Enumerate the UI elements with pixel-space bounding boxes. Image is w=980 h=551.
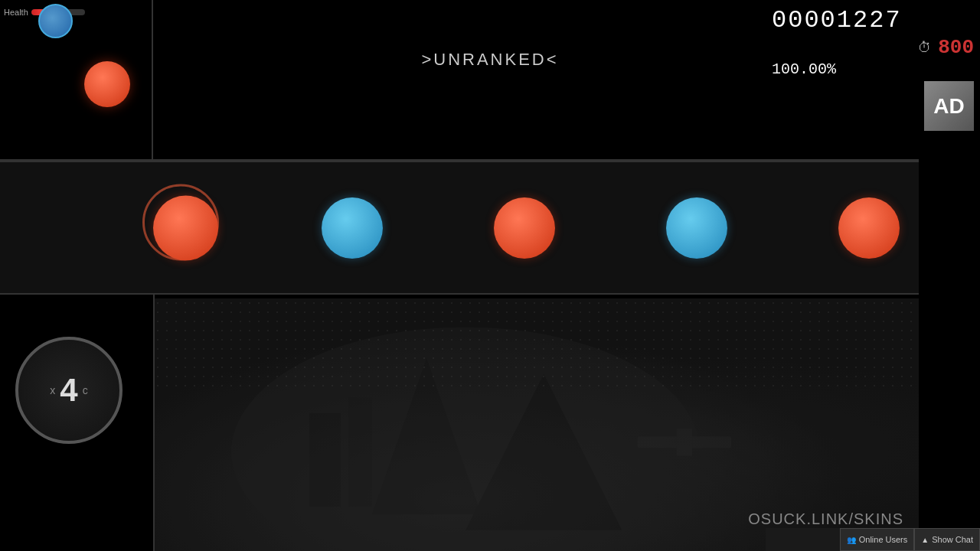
clock-icon: ⏱ [918,40,932,56]
svg-rect-4 [348,397,372,507]
svg-rect-3 [309,413,341,507]
hit-circle-1-inner [153,195,218,260]
game-area-middle: x 4 c [0,161,919,295]
score-accuracy: 100.00% [772,60,974,78]
hit-circle-3 [494,197,555,259]
hit-circle-5 [838,197,900,259]
combo-x-key: x [50,384,55,396]
hit-circle-4 [666,197,727,259]
svg-rect-6 [677,429,692,456]
branding-text: OSUCK.LINK/SKINS [748,510,903,528]
bottom-toolbar: 👥 Online Users ▲ Show Chat [766,528,980,551]
online-users-button[interactable]: 👥 Online Users [840,528,915,551]
score-combo: 800 [938,36,974,59]
dot-pattern-overlay [153,298,919,390]
hit-circle-topleft [84,61,130,107]
combo-number: 4 [60,372,77,409]
score-grade: AD [933,94,964,119]
sidebar-top: Health [0,0,153,161]
show-chat-button[interactable]: ▲ Show Chat [914,528,980,551]
score-divider-row: ⏱ 800 [772,36,974,59]
health-label: Health [4,8,28,17]
hit-circle-1 [153,195,218,260]
online-users-label: Online Users [859,535,908,544]
show-chat-icon: ▲ [921,536,929,544]
score-panel: 00001227 ⏱ 800 100.00% AD [766,0,980,153]
health-circle-indicator [38,4,73,38]
online-users-icon: 👥 [847,536,856,544]
score-number: 00001227 [772,6,974,34]
status-unranked: >UNRANKED< [421,50,558,70]
combo-indicator: x 4 c [15,337,122,444]
show-chat-label: Show Chat [932,535,973,544]
combo-c-key: c [83,384,88,396]
hit-circle-2 [322,197,383,259]
score-grade-box: AD [924,81,974,131]
